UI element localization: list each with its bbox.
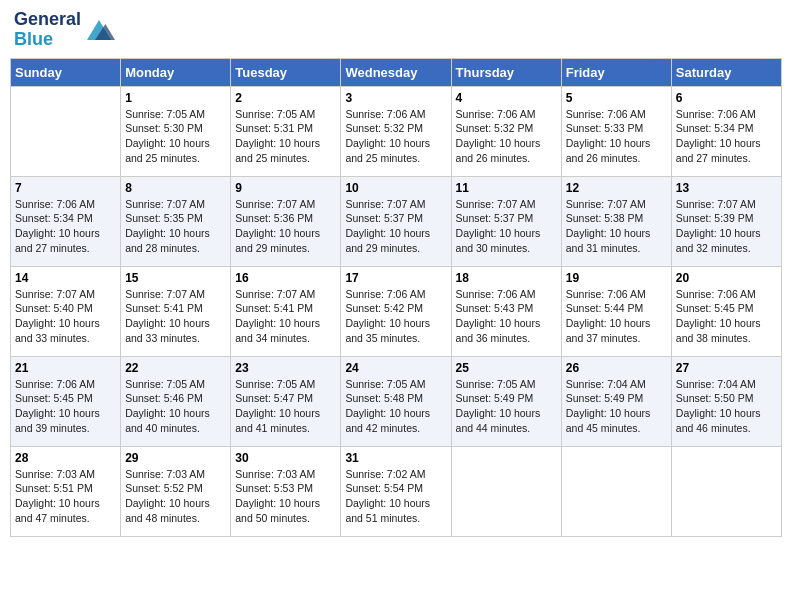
calendar-cell: 6 Sunrise: 7:06 AM Sunset: 5:34 PM Dayli… xyxy=(671,86,781,176)
day-info: Sunrise: 7:06 AM Sunset: 5:45 PM Dayligh… xyxy=(15,377,116,436)
calendar-cell: 16 Sunrise: 7:07 AM Sunset: 5:41 PM Dayl… xyxy=(231,266,341,356)
col-header-tuesday: Tuesday xyxy=(231,58,341,86)
calendar-cell xyxy=(561,446,671,536)
day-number: 16 xyxy=(235,271,336,285)
day-info: Sunrise: 7:06 AM Sunset: 5:44 PM Dayligh… xyxy=(566,287,667,346)
day-info: Sunrise: 7:06 AM Sunset: 5:32 PM Dayligh… xyxy=(456,107,557,166)
day-number: 4 xyxy=(456,91,557,105)
day-number: 21 xyxy=(15,361,116,375)
calendar-cell: 17 Sunrise: 7:06 AM Sunset: 5:42 PM Dayl… xyxy=(341,266,451,356)
calendar-cell: 15 Sunrise: 7:07 AM Sunset: 5:41 PM Dayl… xyxy=(121,266,231,356)
calendar-cell: 8 Sunrise: 7:07 AM Sunset: 5:35 PM Dayli… xyxy=(121,176,231,266)
day-info: Sunrise: 7:07 AM Sunset: 5:37 PM Dayligh… xyxy=(345,197,446,256)
calendar-cell: 10 Sunrise: 7:07 AM Sunset: 5:37 PM Dayl… xyxy=(341,176,451,266)
calendar-cell xyxy=(671,446,781,536)
day-number: 18 xyxy=(456,271,557,285)
calendar-cell: 22 Sunrise: 7:05 AM Sunset: 5:46 PM Dayl… xyxy=(121,356,231,446)
day-number: 8 xyxy=(125,181,226,195)
day-info: Sunrise: 7:06 AM Sunset: 5:42 PM Dayligh… xyxy=(345,287,446,346)
day-info: Sunrise: 7:06 AM Sunset: 5:43 PM Dayligh… xyxy=(456,287,557,346)
day-info: Sunrise: 7:07 AM Sunset: 5:38 PM Dayligh… xyxy=(566,197,667,256)
calendar-cell: 18 Sunrise: 7:06 AM Sunset: 5:43 PM Dayl… xyxy=(451,266,561,356)
col-header-sunday: Sunday xyxy=(11,58,121,86)
calendar-cell: 29 Sunrise: 7:03 AM Sunset: 5:52 PM Dayl… xyxy=(121,446,231,536)
day-info: Sunrise: 7:05 AM Sunset: 5:46 PM Dayligh… xyxy=(125,377,226,436)
day-number: 6 xyxy=(676,91,777,105)
day-number: 15 xyxy=(125,271,226,285)
calendar-cell: 25 Sunrise: 7:05 AM Sunset: 5:49 PM Dayl… xyxy=(451,356,561,446)
week-row: 1 Sunrise: 7:05 AM Sunset: 5:30 PM Dayli… xyxy=(11,86,782,176)
day-number: 14 xyxy=(15,271,116,285)
week-row: 14 Sunrise: 7:07 AM Sunset: 5:40 PM Dayl… xyxy=(11,266,782,356)
calendar-cell: 3 Sunrise: 7:06 AM Sunset: 5:32 PM Dayli… xyxy=(341,86,451,176)
week-row: 21 Sunrise: 7:06 AM Sunset: 5:45 PM Dayl… xyxy=(11,356,782,446)
calendar-cell: 23 Sunrise: 7:05 AM Sunset: 5:47 PM Dayl… xyxy=(231,356,341,446)
calendar-cell: 20 Sunrise: 7:06 AM Sunset: 5:45 PM Dayl… xyxy=(671,266,781,356)
calendar-cell: 24 Sunrise: 7:05 AM Sunset: 5:48 PM Dayl… xyxy=(341,356,451,446)
calendar-cell: 4 Sunrise: 7:06 AM Sunset: 5:32 PM Dayli… xyxy=(451,86,561,176)
day-info: Sunrise: 7:06 AM Sunset: 5:45 PM Dayligh… xyxy=(676,287,777,346)
day-info: Sunrise: 7:02 AM Sunset: 5:54 PM Dayligh… xyxy=(345,467,446,526)
day-number: 5 xyxy=(566,91,667,105)
day-number: 9 xyxy=(235,181,336,195)
day-info: Sunrise: 7:07 AM Sunset: 5:35 PM Dayligh… xyxy=(125,197,226,256)
calendar-table: SundayMondayTuesdayWednesdayThursdayFrid… xyxy=(10,58,782,537)
day-info: Sunrise: 7:03 AM Sunset: 5:52 PM Dayligh… xyxy=(125,467,226,526)
day-info: Sunrise: 7:05 AM Sunset: 5:49 PM Dayligh… xyxy=(456,377,557,436)
calendar-cell: 2 Sunrise: 7:05 AM Sunset: 5:31 PM Dayli… xyxy=(231,86,341,176)
day-info: Sunrise: 7:05 AM Sunset: 5:30 PM Dayligh… xyxy=(125,107,226,166)
col-header-thursday: Thursday xyxy=(451,58,561,86)
day-number: 27 xyxy=(676,361,777,375)
day-info: Sunrise: 7:05 AM Sunset: 5:31 PM Dayligh… xyxy=(235,107,336,166)
day-info: Sunrise: 7:05 AM Sunset: 5:48 PM Dayligh… xyxy=(345,377,446,436)
day-number: 17 xyxy=(345,271,446,285)
col-header-wednesday: Wednesday xyxy=(341,58,451,86)
day-number: 26 xyxy=(566,361,667,375)
calendar-cell: 30 Sunrise: 7:03 AM Sunset: 5:53 PM Dayl… xyxy=(231,446,341,536)
day-info: Sunrise: 7:07 AM Sunset: 5:37 PM Dayligh… xyxy=(456,197,557,256)
logo-icon xyxy=(83,16,115,44)
col-header-monday: Monday xyxy=(121,58,231,86)
day-number: 19 xyxy=(566,271,667,285)
logo-text: GeneralBlue xyxy=(14,10,81,50)
calendar-cell: 5 Sunrise: 7:06 AM Sunset: 5:33 PM Dayli… xyxy=(561,86,671,176)
logo: GeneralBlue xyxy=(14,10,115,50)
day-number: 2 xyxy=(235,91,336,105)
calendar-cell: 11 Sunrise: 7:07 AM Sunset: 5:37 PM Dayl… xyxy=(451,176,561,266)
day-number: 11 xyxy=(456,181,557,195)
header-row: SundayMondayTuesdayWednesdayThursdayFrid… xyxy=(11,58,782,86)
day-number: 20 xyxy=(676,271,777,285)
day-number: 1 xyxy=(125,91,226,105)
day-info: Sunrise: 7:06 AM Sunset: 5:32 PM Dayligh… xyxy=(345,107,446,166)
calendar-cell: 19 Sunrise: 7:06 AM Sunset: 5:44 PM Dayl… xyxy=(561,266,671,356)
day-number: 30 xyxy=(235,451,336,465)
col-header-saturday: Saturday xyxy=(671,58,781,86)
day-info: Sunrise: 7:07 AM Sunset: 5:39 PM Dayligh… xyxy=(676,197,777,256)
day-number: 23 xyxy=(235,361,336,375)
day-info: Sunrise: 7:03 AM Sunset: 5:51 PM Dayligh… xyxy=(15,467,116,526)
col-header-friday: Friday xyxy=(561,58,671,86)
calendar-cell: 9 Sunrise: 7:07 AM Sunset: 5:36 PM Dayli… xyxy=(231,176,341,266)
calendar-cell xyxy=(451,446,561,536)
calendar-cell: 21 Sunrise: 7:06 AM Sunset: 5:45 PM Dayl… xyxy=(11,356,121,446)
day-number: 28 xyxy=(15,451,116,465)
day-info: Sunrise: 7:06 AM Sunset: 5:34 PM Dayligh… xyxy=(676,107,777,166)
day-info: Sunrise: 7:07 AM Sunset: 5:36 PM Dayligh… xyxy=(235,197,336,256)
day-number: 24 xyxy=(345,361,446,375)
day-info: Sunrise: 7:04 AM Sunset: 5:50 PM Dayligh… xyxy=(676,377,777,436)
week-row: 28 Sunrise: 7:03 AM Sunset: 5:51 PM Dayl… xyxy=(11,446,782,536)
calendar-cell: 14 Sunrise: 7:07 AM Sunset: 5:40 PM Dayl… xyxy=(11,266,121,356)
day-info: Sunrise: 7:06 AM Sunset: 5:34 PM Dayligh… xyxy=(15,197,116,256)
day-number: 31 xyxy=(345,451,446,465)
calendar-cell: 27 Sunrise: 7:04 AM Sunset: 5:50 PM Dayl… xyxy=(671,356,781,446)
calendar-cell: 28 Sunrise: 7:03 AM Sunset: 5:51 PM Dayl… xyxy=(11,446,121,536)
calendar-cell: 12 Sunrise: 7:07 AM Sunset: 5:38 PM Dayl… xyxy=(561,176,671,266)
day-info: Sunrise: 7:07 AM Sunset: 5:41 PM Dayligh… xyxy=(125,287,226,346)
calendar-cell: 1 Sunrise: 7:05 AM Sunset: 5:30 PM Dayli… xyxy=(121,86,231,176)
week-row: 7 Sunrise: 7:06 AM Sunset: 5:34 PM Dayli… xyxy=(11,176,782,266)
day-info: Sunrise: 7:05 AM Sunset: 5:47 PM Dayligh… xyxy=(235,377,336,436)
calendar-cell: 7 Sunrise: 7:06 AM Sunset: 5:34 PM Dayli… xyxy=(11,176,121,266)
calendar-cell: 13 Sunrise: 7:07 AM Sunset: 5:39 PM Dayl… xyxy=(671,176,781,266)
day-info: Sunrise: 7:06 AM Sunset: 5:33 PM Dayligh… xyxy=(566,107,667,166)
day-number: 13 xyxy=(676,181,777,195)
